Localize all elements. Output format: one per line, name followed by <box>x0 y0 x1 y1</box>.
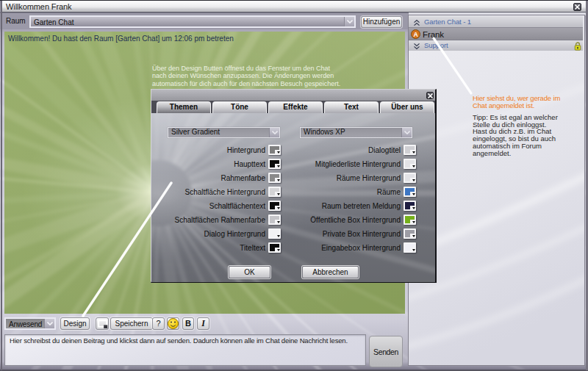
svg-text:A: A <box>413 31 417 38</box>
